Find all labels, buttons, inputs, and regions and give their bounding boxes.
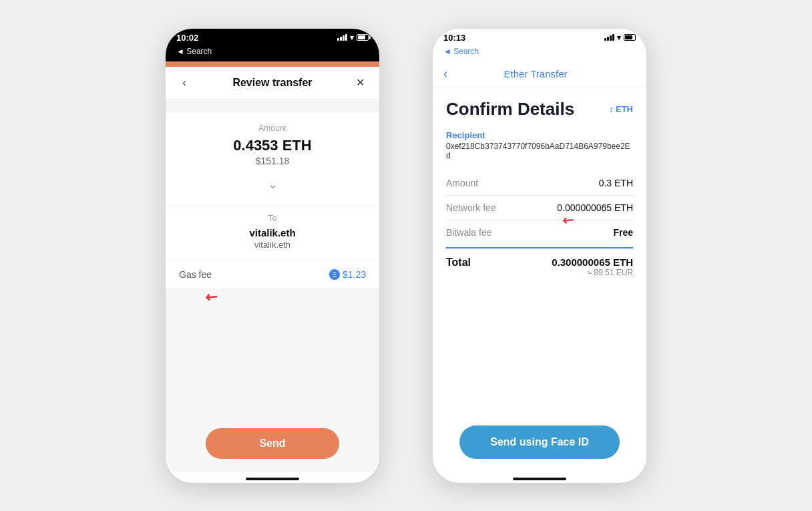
wifi-icon: ▾ [350, 33, 354, 42]
time-1: 10:02 [176, 33, 198, 43]
search-back-label: ◄ Search [176, 47, 212, 56]
close-button-1[interactable]: ✕ [353, 75, 369, 91]
signal-icon-2 [604, 34, 614, 41]
detail-label-network-fee: Network fee [446, 202, 496, 213]
phone-1: 10:02 ▾ ◄ Search ‹ Review transfer ✕ [166, 29, 379, 483]
detail-row-bitwala-fee: Bitwala fee Free [446, 220, 633, 244]
face-id-button[interactable]: Send using Face ID [459, 425, 620, 459]
status-icons-2: ▾ [604, 33, 636, 42]
eth-small-icon: Ξ [329, 269, 340, 280]
detail-rows: Amount 0.3 ETH Network fee 0.000000065 E… [446, 171, 633, 244]
wifi-icon-2: ▾ [617, 33, 621, 42]
time-2: 10:13 [443, 33, 465, 43]
total-row: Total 0.300000065 ETH ≈ 89.51 EUR [446, 247, 633, 280]
nav-bar-2: ‹ Ether Transfer [433, 61, 646, 88]
send-button[interactable]: Send [206, 428, 339, 459]
battery-icon-2 [624, 34, 636, 41]
face-id-wrap: Send using Face ID [446, 415, 633, 472]
page-title-2: Ether Transfer [447, 68, 624, 79]
back-button-1[interactable]: ‹ [176, 75, 192, 91]
recipient-section: Recipient 0xef218Cb373743770f7096bAaD714… [446, 130, 633, 160]
home-bar-2 [513, 478, 566, 480]
recipient-address: 0xef218Cb373743770f7096bAaD714B6A979bee2… [446, 142, 633, 160]
send-btn-wrap: Send [166, 415, 379, 472]
orange-header-strip [166, 61, 379, 67]
phone1-content: Amount 0.4353 ETH $151.18 ⌄ To vitalik.e… [166, 100, 379, 472]
amount-section: Amount 0.4353 ETH $151.18 ⌄ [166, 113, 379, 205]
detail-value-bitwala-fee: Free [613, 227, 633, 238]
confirm-header: Confirm Details ↕ ETH [446, 99, 633, 120]
to-section: To vitalik.eth vitalik.eth [166, 206, 379, 261]
total-eur: ≈ 89.51 EUR [552, 268, 633, 277]
confirm-title: Confirm Details [446, 99, 574, 120]
to-label: To [268, 214, 277, 223]
battery-icon [357, 34, 369, 41]
total-value-wrap: 0.300000065 ETH ≈ 89.51 EUR [552, 257, 633, 277]
search-bar-2: ◄ Search [433, 45, 646, 61]
gas-fee-value: Ξ $1.23 [329, 269, 366, 280]
home-bar-1 [246, 478, 299, 480]
detail-label-amount: Amount [446, 178, 478, 188]
eth-toggle[interactable]: ↕ ETH [609, 104, 633, 114]
chevron-down-icon: ⌄ [268, 177, 278, 192]
page-title-1: Review transfer [232, 77, 312, 89]
status-bar-2: 10:13 ▾ [433, 29, 646, 45]
gas-fee-label: Gas fee [179, 269, 212, 280]
total-value: 0.300000065 ETH [552, 257, 633, 268]
phone2-content: Confirm Details ↕ ETH Recipient 0xef218C… [433, 88, 646, 472]
search-bar-1: ◄ Search [166, 45, 379, 61]
detail-row-amount: Amount 0.3 ETH [446, 171, 633, 196]
detail-value-amount: 0.3 ETH [599, 178, 633, 188]
detail-row-network-fee: Network fee 0.000000065 ETH ↗ [446, 196, 633, 220]
home-indicator-1 [166, 472, 379, 483]
recipient-label: Recipient [446, 130, 633, 140]
status-icons-1: ▾ [337, 33, 369, 42]
amount-usd: $151.18 [256, 156, 290, 166]
phone-2: 10:13 ▾ ◄ Search ‹ Ether Transfer C [433, 29, 646, 483]
amount-eth: 0.4353 ETH [233, 137, 311, 154]
signal-icon [337, 34, 347, 41]
home-indicator-2 [433, 472, 646, 483]
total-label: Total [446, 257, 471, 269]
search-back-label-2: ◄ Search [443, 47, 479, 56]
nav-bar-1: ‹ Review transfer ✕ [166, 67, 379, 100]
detail-label-bitwala-fee: Bitwala fee [446, 227, 491, 238]
amount-label: Amount [258, 124, 286, 133]
status-bar-1: 10:02 ▾ [166, 29, 379, 45]
annotation-arrow-1: ↗ [202, 287, 222, 308]
gas-fee-amount: $1.23 [343, 269, 366, 280]
to-address: vitalik.eth [254, 240, 290, 250]
to-name: vitalik.eth [249, 227, 295, 238]
gas-fee-section: Gas fee Ξ $1.23 ↗ [166, 261, 379, 288]
